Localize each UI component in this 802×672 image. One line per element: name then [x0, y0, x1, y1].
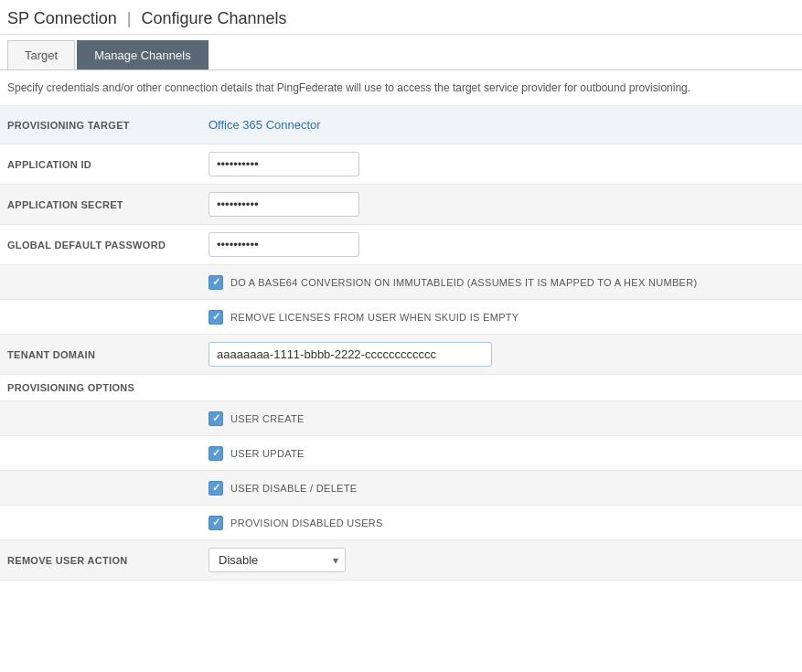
user-disable-delete-checkbox[interactable]	[209, 481, 223, 496]
application-id-row: APPLICATION ID	[0, 144, 802, 185]
base64-checkbox[interactable]	[209, 275, 223, 290]
global-default-password-row: GLOBAL DEFAULT PASSWORD	[0, 225, 802, 265]
tenant-domain-field-wrapper	[209, 342, 492, 367]
base64-checkbox-group: DO A BASE64 CONVERSION ON IMMUTABLEID (A…	[209, 275, 697, 290]
global-default-password-field-wrapper	[209, 232, 359, 257]
application-secret-input[interactable]	[209, 192, 359, 217]
tab-manage-channels[interactable]: Manage Channels	[77, 40, 209, 69]
tab-target[interactable]: Target	[7, 40, 75, 69]
remove-licenses-checkbox-label: REMOVE LICENSES FROM USER WHEN SKUID IS …	[230, 312, 519, 323]
user-create-checkbox[interactable]	[209, 411, 223, 426]
remove-user-action-select-wrapper: Disable Delete None ▾	[209, 548, 346, 572]
user-disable-delete-checkbox-group: USER DISABLE / DELETE	[209, 481, 357, 496]
tenant-domain-input[interactable]	[209, 342, 492, 367]
page-description: Specify credentials and/or other connect…	[0, 70, 802, 106]
provision-disabled-users-checkbox[interactable]	[209, 516, 223, 530]
user-create-checkbox-group: USER CREATE	[209, 411, 305, 426]
user-update-checkbox-group: USER UPDATE	[209, 446, 305, 461]
tab-bar: Target Manage Channels	[0, 35, 802, 70]
provisioning-target-row: Provisioning Target Office 365 Connector	[0, 106, 802, 144]
user-update-checkbox-label: USER UPDATE	[230, 448, 305, 459]
remove-user-action-label: REMOVE USER ACTION	[7, 555, 209, 566]
provisioning-options-header: PROVISIONING OPTIONS	[0, 375, 802, 401]
provision-disabled-users-checkbox-label: PROVISION DISABLED USERS	[230, 517, 383, 528]
provisioning-target-label: Provisioning Target	[7, 120, 209, 131]
application-id-label: APPLICATION ID	[7, 159, 209, 170]
application-secret-field-wrapper	[209, 192, 359, 217]
user-update-checkbox[interactable]	[209, 446, 223, 461]
application-id-field-wrapper	[209, 152, 359, 176]
remove-licenses-checkbox-group: REMOVE LICENSES FROM USER WHEN SKUID IS …	[209, 310, 519, 325]
user-update-checkbox-row: USER UPDATE	[0, 436, 802, 471]
provisioning-target-value: Office 365 Connector	[209, 118, 795, 132]
base64-checkbox-row: DO A BASE64 CONVERSION ON IMMUTABLEID (A…	[0, 265, 802, 300]
remove-user-action-select[interactable]: Disable Delete None	[209, 548, 346, 572]
title-prefix: SP Connection	[7, 9, 117, 27]
global-default-password-label: GLOBAL DEFAULT PASSWORD	[7, 240, 209, 251]
application-secret-row: APPLICATION SECRET	[0, 185, 802, 225]
remove-user-action-row: REMOVE USER ACTION Disable Delete None ▾	[0, 540, 802, 581]
application-id-input[interactable]	[209, 152, 359, 176]
application-secret-label: APPLICATION SECRET	[7, 199, 209, 210]
tenant-domain-label: TENANT DOMAIN	[7, 349, 209, 360]
user-disable-delete-checkbox-row: USER DISABLE / DELETE	[0, 471, 802, 506]
remove-licenses-checkbox[interactable]	[209, 310, 223, 325]
user-create-checkbox-label: USER CREATE	[230, 413, 305, 424]
title-separator: |	[127, 9, 132, 27]
title-suffix: Configure Channels	[141, 9, 286, 27]
user-disable-delete-checkbox-label: USER DISABLE / DELETE	[230, 483, 357, 494]
provision-disabled-users-checkbox-group: PROVISION DISABLED USERS	[209, 516, 383, 530]
page-title: SP Connection | Configure Channels	[7, 9, 287, 27]
page-header: SP Connection | Configure Channels	[0, 0, 802, 35]
base64-checkbox-label: DO A BASE64 CONVERSION ON IMMUTABLEID (A…	[230, 277, 697, 288]
provision-disabled-users-checkbox-row: PROVISION DISABLED USERS	[0, 506, 802, 540]
global-default-password-input[interactable]	[209, 232, 359, 257]
user-create-checkbox-row: USER CREATE	[0, 401, 802, 436]
form-section: Provisioning Target Office 365 Connector…	[0, 106, 802, 581]
remove-licenses-checkbox-row: REMOVE LICENSES FROM USER WHEN SKUID IS …	[0, 300, 802, 335]
tenant-domain-row: TENANT DOMAIN	[0, 335, 802, 375]
